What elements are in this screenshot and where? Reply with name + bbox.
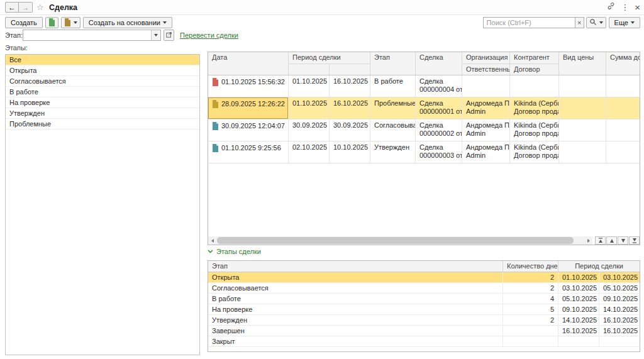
stage-row[interactable]: На проверке 5 09.10.2025 14.10.2025 bbox=[208, 304, 640, 315]
stage-filter-label: Этап: bbox=[5, 31, 23, 39]
stage-row-selected[interactable]: Открыта 2 01.10.2025 03.10.2025 bbox=[208, 272, 640, 283]
more-button[interactable]: Еще bbox=[609, 17, 640, 28]
close-icon[interactable]: × bbox=[635, 3, 640, 13]
scroll-left-button[interactable] bbox=[208, 236, 216, 245]
document-icon bbox=[212, 78, 219, 88]
scrollbar-thumb[interactable] bbox=[217, 237, 574, 244]
stage-date-to: 16.10.2025 bbox=[599, 315, 640, 325]
table-row[interactable]: 30.09.2025 12:04:07 30.09.2025 30.09.202… bbox=[208, 119, 640, 141]
deal-date: 01.10.2025 9:25:56 bbox=[221, 144, 281, 152]
column-header-date[interactable]: Дата bbox=[208, 52, 289, 75]
search-button[interactable] bbox=[586, 17, 606, 28]
deal-stages-title: Этапы сделки bbox=[216, 248, 261, 255]
table-row-selected[interactable]: 28.09.2025 12:26:22 01.10.2025 16.10.202… bbox=[208, 97, 640, 119]
period-start: 01.10.2025 bbox=[289, 75, 330, 97]
stage-filter-item-all[interactable]: Все bbox=[6, 55, 199, 65]
stage-row[interactable]: В работе 4 05.10.2025 09.10.2025 bbox=[208, 294, 640, 304]
window-controls: ⋮ × bbox=[607, 2, 640, 13]
column-header-contract[interactable]: Договор bbox=[510, 64, 559, 75]
stage-row[interactable]: Утвержден 2 14.10.2025 16.10.2025 bbox=[208, 315, 640, 326]
column-header-stage[interactable]: Этап bbox=[208, 261, 502, 272]
open-stage-choice-button[interactable] bbox=[164, 30, 174, 41]
period-start: 30.09.2025 bbox=[289, 119, 330, 141]
stage-filter-item-approved[interactable]: Утвержден bbox=[6, 108, 199, 119]
stage-row[interactable]: Согласовывается 2 03.10.2025 05.10.2025 bbox=[208, 283, 640, 294]
stage-name: Открыта bbox=[208, 272, 502, 282]
search-input[interactable] bbox=[483, 17, 575, 28]
scrollbar-track[interactable] bbox=[216, 236, 584, 245]
price-type bbox=[559, 119, 606, 141]
stage-date-from: 14.10.2025 bbox=[558, 315, 599, 325]
translate-deals-link[interactable]: Перевести сделки bbox=[180, 31, 238, 39]
stage-row[interactable]: Закрыт bbox=[208, 336, 640, 347]
deal-stages-section-header[interactable]: Этапы сделки bbox=[208, 248, 261, 255]
column-header-period-end[interactable] bbox=[330, 64, 370, 75]
document-amount bbox=[606, 141, 640, 163]
scroll-right-button[interactable] bbox=[584, 236, 592, 245]
stage-date-to: 05.10.2025 bbox=[599, 283, 640, 293]
stage-filter-item-checking[interactable]: На проверке bbox=[6, 97, 199, 108]
go-to-top-button[interactable] bbox=[595, 236, 606, 245]
column-header-stage[interactable]: Этап bbox=[370, 52, 416, 75]
down-icon bbox=[621, 238, 626, 243]
chevron-down-icon bbox=[599, 21, 603, 24]
stage-name: Согласовывается bbox=[208, 283, 502, 293]
stage-days: 2 bbox=[502, 315, 558, 325]
selected-cell[interactable]: 28.09.2025 12:26:22 bbox=[208, 97, 289, 119]
clear-search-button[interactable]: × bbox=[575, 17, 584, 28]
document-icon bbox=[64, 18, 71, 28]
column-header-counterparty[interactable]: Контрагент bbox=[510, 52, 559, 64]
deal-name: Сделка000000002 от ... bbox=[416, 119, 462, 141]
toolbar: Создать Создать на основании × bbox=[0, 16, 644, 30]
stage-row[interactable]: Завершен 16.10.2025 16.10.2025 bbox=[208, 326, 640, 336]
create-button[interactable]: Создать bbox=[5, 17, 43, 28]
table-row[interactable]: 01.10.2025 15:56:32 01.10.2025 16.10.202… bbox=[208, 75, 640, 97]
stage-date-from bbox=[558, 336, 599, 346]
chevron-down-icon bbox=[163, 21, 167, 24]
combobox-dropdown-button[interactable] bbox=[151, 30, 160, 40]
column-header-period[interactable]: Период сделки bbox=[289, 52, 370, 64]
go-to-bottom-button[interactable] bbox=[629, 236, 640, 245]
stage-filter-item-open[interactable]: Открыта bbox=[6, 65, 199, 76]
column-header-price-type[interactable]: Вид цены bbox=[559, 52, 606, 75]
deal-date: 30.09.2025 12:04:07 bbox=[221, 122, 285, 130]
stage-filter-combobox[interactable] bbox=[23, 30, 161, 41]
organization-header-label: Организация bbox=[466, 53, 508, 61]
create-based-on-button[interactable]: Создать на основании bbox=[83, 17, 172, 28]
stage-name: Закрыт bbox=[208, 336, 502, 346]
document-icon bbox=[212, 144, 219, 154]
stage-filter-item-problem[interactable]: Проблемные bbox=[6, 119, 199, 130]
table-row[interactable]: 01.10.2025 9:25:56 02.10.2025 10.10.2025… bbox=[208, 141, 640, 163]
deals-table: Дата Период сделки Этап Сделка Организац… bbox=[208, 52, 640, 245]
column-header-days[interactable]: Количество дней bbox=[502, 261, 558, 272]
horizontal-scrollbar[interactable] bbox=[208, 236, 640, 245]
stage-filter-item-inwork[interactable]: В работе bbox=[6, 87, 199, 97]
deal-stage: Проблемные bbox=[370, 97, 416, 119]
link-icon[interactable] bbox=[607, 2, 615, 13]
stage-name: В работе bbox=[208, 294, 502, 304]
column-header-period[interactable]: Период сделки bbox=[558, 261, 640, 272]
stage-filter-input[interactable] bbox=[23, 30, 151, 40]
column-header-period-start[interactable] bbox=[289, 64, 330, 75]
bottom-icon bbox=[632, 238, 637, 243]
column-header-responsible[interactable]: Ответственный bbox=[462, 64, 510, 75]
deal-date: 28.09.2025 12:26:22 bbox=[221, 100, 285, 108]
stage-date-from: 01.10.2025 bbox=[558, 272, 599, 282]
counterparty-contract: Kikinda (Сербия)Договор прода... bbox=[510, 119, 559, 141]
column-header-amount[interactable]: Сумма доку... bbox=[606, 52, 640, 75]
column-header-deal[interactable]: Сделка bbox=[416, 52, 462, 75]
move-up-button[interactable] bbox=[606, 236, 617, 245]
back-button[interactable]: ← bbox=[5, 2, 19, 13]
move-down-button[interactable] bbox=[618, 236, 628, 245]
deal-name: Сделка000000003 от ... bbox=[416, 141, 462, 163]
organization-responsible bbox=[462, 75, 510, 97]
period-end: 16.10.2025 bbox=[330, 75, 370, 97]
copy-button[interactable] bbox=[45, 17, 58, 28]
deal-stage: Утвержден bbox=[370, 141, 416, 163]
menu-dots-icon[interactable]: ⋮ bbox=[621, 3, 629, 13]
print-menu-button[interactable] bbox=[61, 17, 80, 28]
column-header-organization[interactable]: Организация ↓ bbox=[462, 52, 510, 64]
favorite-star-icon[interactable]: ☆ bbox=[36, 3, 44, 12]
stage-filter-item-agreeing[interactable]: Согласовывается bbox=[6, 76, 199, 87]
forward-button[interactable]: → bbox=[19, 2, 33, 13]
